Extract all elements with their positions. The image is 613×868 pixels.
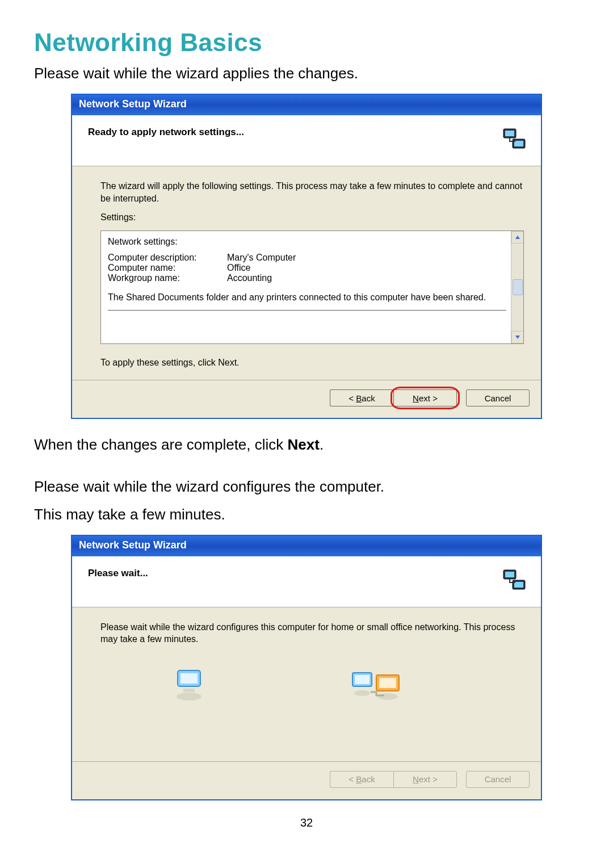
intro-text-2a: Please wait while the wizard configures … [34,477,579,497]
next-button[interactable]: Next > [393,389,457,406]
intro-text-2b: This may take a few minutes. [34,505,579,525]
intro-text-1: Please wait while the wizard applies the… [34,64,579,83]
wizard-desc: Please wait while the wizard configures … [100,621,524,645]
back-button[interactable]: < Back [330,389,393,406]
back-button: < Back [330,771,393,788]
panel-divider [108,310,506,311]
cancel-button: Cancel [466,771,530,788]
after1-bold: Next [288,436,320,453]
cancel-button[interactable]: Cancel [466,389,530,406]
wizard-body: The wizard will apply the following sett… [72,166,541,380]
svg-rect-1 [505,131,514,136]
setting-value: Mary's Computer [227,253,506,263]
after1-suffix: . [320,436,324,453]
wizard-header-text: Ready to apply network settings... [88,125,244,138]
svg-rect-7 [514,582,523,588]
settings-panel: Network settings: Computer description: … [100,230,524,344]
after-text-1: When the changes are complete, click Nex… [34,435,579,455]
wizard-header-text: Please wait... [88,567,148,579]
svg-rect-9 [180,673,198,684]
setting-row: Computer name: Office [108,263,506,273]
back-next-pair: < Back Next > [330,389,457,406]
scroll-track[interactable] [511,244,523,331]
back-next-pair: < Back Next > [330,771,457,788]
next-mnemonic: N [413,774,419,784]
svg-point-16 [354,690,370,696]
next-mnemonic: N [413,393,419,403]
setting-row: Workgroup name: Accounting [108,273,506,283]
wizard-ready-window: Network Setup Wizard Ready to apply netw… [71,94,542,419]
back-rest: ack [362,774,375,784]
setting-key: Workgroup name: [108,273,227,283]
network-icon [501,567,528,594]
svg-rect-5 [505,572,514,577]
computer-icon [174,669,204,706]
settings-label: Settings: [100,211,524,224]
wizard-desc: The wizard will apply the following sett… [100,180,524,204]
shared-note: The Shared Documents folder and any prin… [108,291,506,304]
wizard-header: Please wait... [72,556,541,607]
progress-illustration [100,652,524,757]
next-rest: ext > [419,774,438,784]
wizard-footer: < Back Next > Cancel [72,761,541,799]
next-button: Next > [393,771,457,788]
back-mnemonic: B [356,774,362,784]
scrollbar[interactable] [511,231,523,343]
svg-rect-3 [514,141,523,146]
svg-rect-15 [379,678,396,688]
svg-rect-13 [355,675,370,684]
wizard-footer: < Back Next > Cancel [72,380,541,418]
back-mnemonic: B [356,393,362,403]
page-title: Networking Basics [34,28,579,57]
setting-key: Computer description: [108,253,227,263]
setting-value: Accounting [227,273,506,283]
scroll-up-icon[interactable] [511,231,524,244]
setting-key: Computer name: [108,263,227,273]
page-number: 32 [34,816,579,829]
back-prefix: < [349,393,356,403]
network-computers-icon [351,669,402,706]
scroll-down-icon[interactable] [511,331,524,343]
apply-hint: To apply these settings, click Next. [100,357,524,369]
back-rest: ack [362,393,375,403]
wizard-wait-window: Network Setup Wizard Please wait... Plea… [71,535,542,800]
svg-rect-10 [183,689,195,692]
setting-value: Office [227,263,506,273]
network-icon [501,125,528,153]
setting-row: Computer description: Mary's Computer [108,253,506,263]
back-prefix: < [349,774,356,784]
scroll-thumb[interactable] [513,279,523,295]
wizard-header: Ready to apply network settings... [72,115,541,166]
svg-point-11 [177,693,201,701]
after1-prefix: When the changes are complete, click [34,436,288,453]
settings-section-head: Network settings: [108,237,506,247]
next-rest: ext > [419,393,438,403]
wizard-titlebar: Network Setup Wizard [72,536,541,556]
wizard-body: Please wait while the wizard configures … [72,607,541,761]
svg-point-17 [377,693,398,700]
wizard-titlebar: Network Setup Wizard [72,95,541,115]
